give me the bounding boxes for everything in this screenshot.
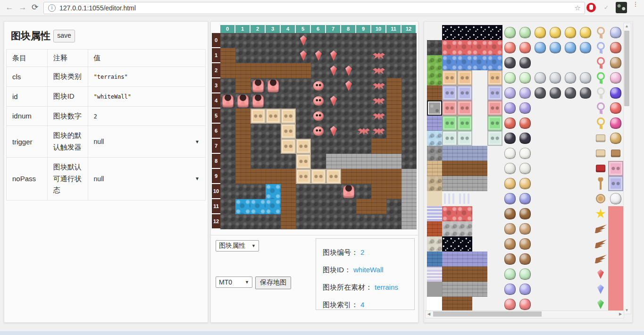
tileset-cell-lb[interactable] (457, 251, 472, 267)
tileset-cell-w1[interactable] (442, 70, 457, 85)
map-entity-monster[interactable] (266, 78, 281, 93)
tileset-cell-m_skelbl[interactable] (518, 191, 533, 206)
tileset-cell-i_wing[interactable] (593, 221, 608, 236)
tileset-cell-c_dark[interactable] (533, 85, 548, 100)
tileset-cell-c_angel[interactable] (533, 25, 548, 40)
tileset-cell-dt[interactable] (457, 297, 472, 312)
tileset-cell-rw[interactable] (442, 206, 457, 221)
tileset-cell-f_purple[interactable] (608, 176, 623, 191)
map-tile[interactable] (235, 169, 251, 184)
tileset-cell-w4[interactable] (457, 116, 472, 131)
tileset-cell-rw[interactable] (457, 206, 472, 221)
map-tile[interactable] (251, 154, 266, 169)
map-tile[interactable] (371, 214, 386, 229)
tileset-cell-gw[interactable] (457, 282, 472, 297)
map-entity-slime[interactable] (311, 93, 326, 109)
map-tile[interactable] (296, 93, 311, 109)
tileset-cell-sa[interactable] (427, 191, 442, 206)
tileset-cell-sky[interactable] (457, 25, 472, 40)
tileset-cell-n_oldman[interactable] (608, 25, 623, 40)
map-tile[interactable] (371, 169, 386, 184)
map-tile[interactable] (251, 63, 266, 78)
map-entity-slime[interactable] (311, 78, 326, 93)
map-tile[interactable] (281, 63, 296, 78)
map-tile[interactable] (266, 214, 281, 229)
map-entity-gem[interactable] (326, 124, 341, 139)
map-tile[interactable] (386, 184, 401, 199)
tileset-cell-m_gorilla[interactable] (502, 206, 518, 221)
map-tile[interactable] (386, 48, 401, 63)
tileset-cell-m_gorilla[interactable] (518, 206, 533, 221)
map-tile[interactable] (401, 184, 417, 199)
map-entity-bat[interactable] (371, 78, 386, 93)
mode-select[interactable]: 图块属性 ▼ (216, 240, 259, 251)
back-icon[interactable]: ← (4, 2, 15, 13)
map-tile[interactable] (281, 154, 296, 169)
map-tile[interactable] (386, 214, 401, 229)
tileset-cell-m_skelbl[interactable] (502, 191, 518, 206)
tileset-cell-m_ghostr[interactable] (518, 297, 533, 312)
url-text[interactable]: 127.0.0.1:1055/editor.html (59, 4, 575, 12)
tileset-cell-c_knight[interactable] (563, 70, 578, 85)
map-tile[interactable] (251, 169, 266, 184)
map-entity-bat[interactable] (371, 63, 386, 78)
map-tile[interactable] (371, 33, 386, 48)
map-tile[interactable] (341, 214, 356, 229)
tileset-cell-sky[interactable] (487, 25, 502, 40)
tileset-cell-c_knight[interactable] (548, 70, 563, 85)
map-tile[interactable] (281, 214, 296, 229)
map-tile[interactable] (251, 139, 266, 154)
map-tile[interactable] (235, 214, 251, 229)
map-tile[interactable] (220, 199, 235, 214)
tileset-cell-i_scrollr[interactable] (593, 131, 608, 146)
tileset-cell-m_face[interactable] (518, 251, 533, 267)
tileset-cell-m_orc[interactable] (518, 236, 533, 251)
map-tile[interactable] (266, 109, 281, 124)
map-tile[interactable] (266, 48, 281, 63)
map-tile[interactable] (251, 214, 266, 229)
profile-avatar[interactable] (616, 2, 627, 13)
map-tile[interactable] (251, 124, 266, 139)
tileset-cell-c_dark[interactable] (548, 85, 563, 100)
map-tile[interactable] (386, 78, 401, 93)
map-tile[interactable] (386, 33, 401, 48)
tileset-cell-m_slimeman[interactable] (518, 267, 533, 282)
map-tile[interactable] (386, 169, 401, 184)
map-tile[interactable] (281, 48, 296, 63)
tileset-cell-n_bride[interactable] (608, 191, 623, 206)
tileset-cell-c_ghost[interactable] (533, 40, 548, 55)
tileset-cell-m_slimeman[interactable] (502, 267, 518, 282)
reload-icon[interactable]: ⟳ (29, 2, 41, 13)
map-tile[interactable] (220, 78, 235, 93)
tileset-cell-i_keygreen[interactable] (593, 70, 608, 85)
map-tile[interactable] (266, 93, 281, 109)
tileset-cell-i_keytan[interactable] (593, 25, 608, 40)
map-tile[interactable] (401, 109, 417, 124)
map-tile[interactable] (371, 184, 386, 199)
tileset-cell-m_batlg[interactable] (518, 100, 533, 116)
map-entity-gem[interactable] (296, 48, 311, 63)
map-tile[interactable] (235, 199, 251, 214)
map-tile[interactable] (326, 78, 341, 93)
tileset-cell-m_kslime[interactable] (518, 55, 533, 70)
map-tile[interactable] (281, 124, 296, 139)
tileset-cell-lb[interactable] (472, 251, 487, 267)
map-tile[interactable] (281, 33, 296, 48)
save-button[interactable]: save (53, 30, 75, 42)
map-tile[interactable] (296, 124, 311, 139)
map-entity-bat[interactable] (371, 48, 386, 63)
tileset-cell-w1[interactable] (457, 70, 472, 85)
tileset-cell-m_batlg[interactable] (502, 100, 518, 116)
tileset-cell-ga[interactable] (457, 221, 472, 236)
tileset-cell-w2[interactable] (457, 85, 472, 100)
map-tile[interactable] (311, 154, 326, 169)
tileset-cell-i_keyred[interactable] (593, 55, 608, 70)
tileset-cell-m_orc[interactable] (502, 236, 518, 251)
tileset-cell-m_gslime[interactable] (518, 25, 533, 40)
map-tile[interactable] (281, 109, 296, 124)
map-tile[interactable] (341, 33, 356, 48)
map-entity-gem[interactable] (326, 93, 341, 109)
tileset-cell-c_ghost[interactable] (563, 40, 578, 55)
map-tile[interactable] (311, 199, 326, 214)
tileset-cell-n_fighter[interactable] (608, 55, 623, 70)
